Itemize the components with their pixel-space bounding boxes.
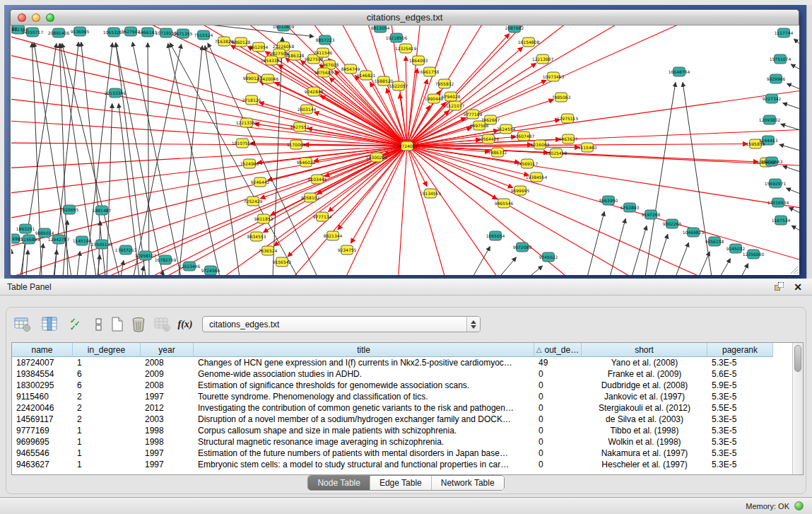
table-cell[interactable]: 9115460 — [12, 391, 73, 402]
network-view-window[interactable]: citations_edges.txt 16154808122139871097… — [10, 9, 799, 275]
new-file-icon[interactable] — [107, 315, 127, 334]
table-cell[interactable]: 6 — [73, 380, 141, 391]
table-header-row[interactable]: namein_degreeyeartitle△out_de…shortpager… — [12, 343, 803, 357]
black-edge[interactable] — [792, 226, 799, 230]
red-edge[interactable] — [407, 146, 517, 276]
column-header-short[interactable]: short — [582, 343, 707, 357]
table-cell[interactable]: 5.6E-5 — [707, 368, 773, 380]
red-edge[interactable] — [11, 146, 407, 259]
table-cell[interactable]: 1997 — [141, 391, 194, 402]
table-cell[interactable]: 1 — [73, 357, 141, 368]
table-cell[interactable]: Stergiakouli et al. (2012) — [582, 402, 707, 414]
table-cell[interactable]: 5.3E-5 — [707, 414, 773, 425]
table-cell[interactable]: Estimation of significance thresholds fo… — [194, 380, 534, 391]
network-selector[interactable]: citations_edges.txt — [202, 316, 481, 332]
network-canvas[interactable]: 1615480812213987109734937485063129751159… — [11, 25, 799, 275]
table-cell[interactable]: 22420046 — [12, 402, 73, 414]
table-cell[interactable]: 5.3E-5 — [707, 357, 773, 368]
column-header-in_degree[interactable]: in_degree — [73, 343, 141, 357]
black-edge[interactable] — [121, 260, 124, 275]
tab-node-table[interactable]: Node Table — [308, 476, 370, 490]
table-cell[interactable]: Hescheler et al. (1997) — [582, 459, 707, 470]
table-cell[interactable]: 0 — [534, 391, 582, 402]
red-edge[interactable] — [407, 34, 510, 146]
black-edge[interactable] — [529, 266, 543, 275]
black-edge[interactable] — [610, 218, 625, 275]
table-cell[interactable]: 1997 — [141, 448, 194, 459]
table-cell[interactable]: 2 — [73, 402, 141, 414]
table-cell[interactable]: Yano et al. (2008) — [582, 357, 707, 368]
black-edge[interactable] — [654, 234, 668, 275]
black-edge[interactable] — [676, 243, 689, 275]
rows-icon[interactable] — [89, 315, 109, 334]
table-cell[interactable]: 9777169 — [12, 425, 73, 436]
table-body[interactable]: 1872400712008Changes of HCN gene express… — [12, 357, 803, 470]
red-edge[interactable] — [11, 25, 407, 146]
table-row[interactable]: 1830029562008Estimation of significance … — [12, 380, 803, 391]
column-header-year[interactable]: year — [141, 343, 194, 357]
red-edge[interactable] — [407, 25, 510, 146]
resize-grip-icon[interactable] — [789, 264, 799, 274]
row-check-icon[interactable]: ✓✓✓ — [66, 315, 86, 334]
column-header-out_de[interactable]: △out_de… — [534, 343, 582, 357]
table-cell[interactable]: 5.3E-5 — [707, 448, 773, 459]
table-cell[interactable]: 18300295 — [12, 380, 73, 391]
table-cell[interactable]: Nakamura et al. (1997) — [582, 448, 707, 459]
table-cell[interactable]: 2008 — [141, 357, 194, 368]
table-cell[interactable]: Estimation of the future numbers of pati… — [194, 448, 534, 459]
black-edge[interactable] — [632, 226, 647, 275]
black-edge[interactable] — [587, 211, 604, 275]
column-header-name[interactable]: name — [12, 343, 73, 357]
table-settings-icon[interactable] — [13, 315, 33, 334]
black-edge[interactable] — [789, 208, 799, 213]
function-icon[interactable]: f(x) — [175, 315, 195, 334]
black-edge[interactable] — [107, 103, 112, 275]
table-cell[interactable]: Corpus callosum shape and size in male p… — [194, 425, 534, 436]
column-header-pagerank[interactable]: pagerank — [707, 343, 773, 357]
table-cell[interactable]: Investigating the contribution of common… — [194, 402, 534, 414]
table-cell[interactable]: 0 — [534, 448, 582, 459]
black-edge[interactable] — [791, 64, 799, 69]
red-edge[interactable] — [11, 44, 407, 146]
tab-edge-table[interactable]: Edge Table — [370, 476, 431, 490]
table-cell[interactable]: 1998 — [141, 436, 194, 448]
table-cell[interactable]: 2012 — [141, 402, 194, 414]
table-cell[interactable]: 5.3E-5 — [707, 436, 773, 448]
table-cell[interactable]: 19384554 — [12, 368, 73, 380]
table-cell[interactable]: 0 — [534, 425, 582, 436]
red-edge[interactable] — [406, 56, 407, 146]
table-cell[interactable]: 6 — [73, 368, 141, 380]
black-edge[interactable] — [779, 144, 799, 150]
table-cell[interactable]: 5.3E-5 — [707, 425, 773, 436]
black-edge[interactable] — [781, 124, 799, 130]
table-cell[interactable]: 2009 — [141, 368, 194, 380]
table-cell[interactable]: 0 — [534, 459, 582, 470]
right-splitter-strip[interactable] — [806, 5, 812, 279]
black-edge[interactable] — [720, 259, 731, 275]
black-edge[interactable] — [794, 39, 799, 43]
table-cell[interactable]: 1 — [73, 459, 141, 470]
node-table[interactable]: namein_degreeyeartitle△out_de…shortpager… — [11, 342, 804, 475]
combo-stepper-icon[interactable] — [466, 317, 480, 332]
window-titlebar[interactable]: citations_edges.txt — [11, 10, 799, 25]
table-cell[interactable]: 1997 — [141, 459, 194, 470]
table-row[interactable]: 1872400712008Changes of HCN gene express… — [12, 357, 803, 368]
black-edge[interactable] — [148, 42, 149, 275]
table-cell[interactable]: 0 — [534, 414, 582, 425]
table-row[interactable]: 977716911998Corpus callosum shape and si… — [12, 425, 803, 436]
table-scrollbar[interactable] — [792, 343, 803, 474]
black-edge[interactable] — [142, 266, 143, 275]
table-cell[interactable]: 9465546 — [12, 448, 73, 459]
table-tabs[interactable]: Node TableEdge TableNetwork Table — [307, 475, 504, 491]
table-cell[interactable]: 14569117 — [12, 414, 73, 425]
black-edge[interactable] — [741, 264, 748, 275]
black-edge[interactable] — [22, 239, 25, 275]
table-cell[interactable]: 18724007 — [12, 357, 73, 368]
red-edge[interactable] — [407, 25, 778, 146]
table-cell[interactable]: Franke et al. (2009) — [582, 368, 707, 380]
table-cell[interactable]: 1 — [73, 448, 141, 459]
table-cell[interactable]: 49 — [534, 357, 582, 368]
table-cell[interactable]: 0 — [534, 368, 582, 380]
table-cell[interactable]: 2008 — [141, 380, 194, 391]
citation-graph[interactable]: 1615480812213987109734937485063129751159… — [11, 25, 799, 275]
